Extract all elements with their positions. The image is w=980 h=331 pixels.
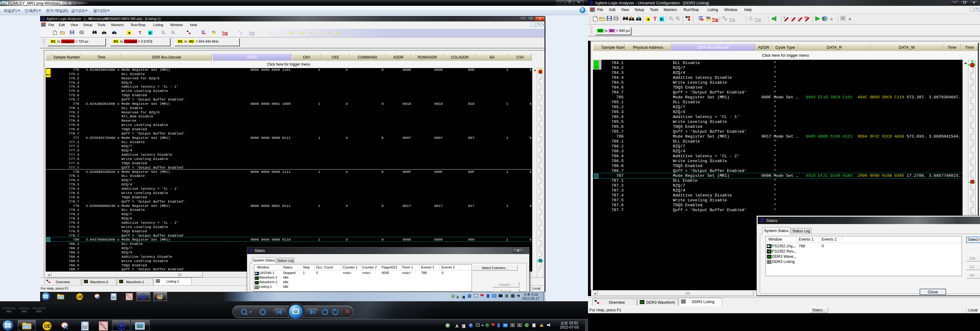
svg-text:UE: UE xyxy=(78,295,83,299)
svg-text:↔: ↔ xyxy=(797,16,800,19)
svg-text:→: → xyxy=(791,16,793,19)
svg-text:+: + xyxy=(783,16,785,19)
svg-text:OF: OF xyxy=(804,16,808,19)
svg-text:UE: UE xyxy=(45,324,51,329)
